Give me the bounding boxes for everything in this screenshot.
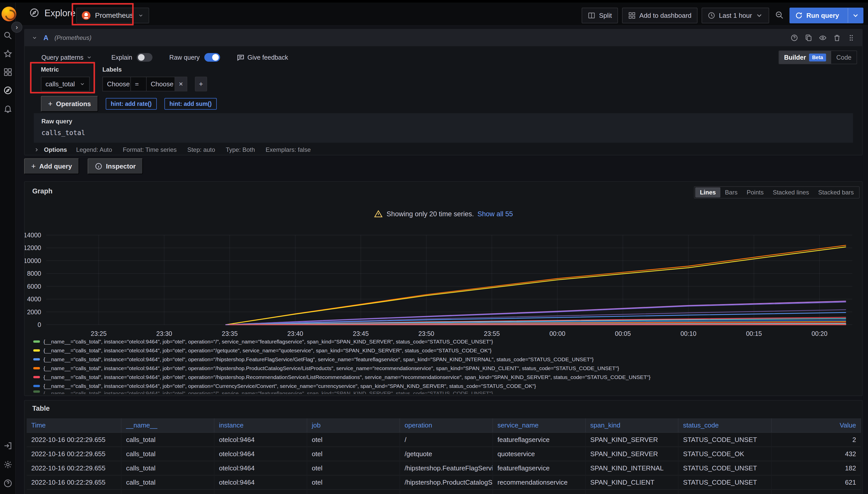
eye-icon[interactable] xyxy=(819,34,827,42)
legend-item[interactable]: {__name__="calls_total", instance="otelc… xyxy=(33,382,857,391)
hint-add-sum-button[interactable]: hint: add sum() xyxy=(164,98,217,110)
sign-in-icon[interactable] xyxy=(3,441,13,450)
table-column-header-instance[interactable]: instance xyxy=(214,418,307,433)
chevron-right-icon xyxy=(34,147,39,153)
label-operator-select[interactable]: = xyxy=(131,77,147,91)
legend-item-clipped[interactable]: {__name__="calls_total", instance="otelc… xyxy=(33,391,857,394)
table-column-header-status-code[interactable]: status_code xyxy=(678,418,771,433)
legend-label: {__name__="calls_total", instance="otelc… xyxy=(43,347,491,354)
table-column-header-service-name[interactable]: service_name xyxy=(493,418,585,433)
table-cell: / xyxy=(400,433,492,447)
table-cell: otel xyxy=(307,490,400,494)
label-key-select[interactable]: Choose xyxy=(103,77,131,91)
x-axis-tick-label: 23:30 xyxy=(156,330,172,337)
metric-select[interactable]: calls_total xyxy=(41,77,90,91)
table-column-header-span-kind[interactable]: span_kind xyxy=(585,418,678,433)
x-axis-tick-label: 23:50 xyxy=(418,330,434,337)
dashboards-apps-icon[interactable] xyxy=(3,68,13,77)
refresh-icon xyxy=(795,12,803,19)
time-series-chart[interactable]: 0200040006000800010000120001400023:2523:… xyxy=(25,182,863,339)
table-cell: STATUS_CODE_UNSET xyxy=(678,433,771,447)
legend-swatch xyxy=(33,385,40,387)
inspector-button[interactable]: Inspector xyxy=(88,158,143,174)
split-icon xyxy=(588,12,595,19)
label-value-select[interactable]: Choose xyxy=(147,77,175,91)
legend-item[interactable]: {__name__="calls_total", instance="otelc… xyxy=(33,337,857,346)
star-icon[interactable] xyxy=(3,49,13,58)
y-axis-tick-label: 2000 xyxy=(27,308,41,316)
table-row: 2022-10-16 00:22:29.655calls_totalotelco… xyxy=(27,447,861,461)
legend-swatch xyxy=(33,391,40,393)
remove-label-filter-button[interactable]: × xyxy=(175,77,187,91)
bell-icon[interactable] xyxy=(3,104,13,113)
table-column-header-job[interactable]: job xyxy=(307,418,400,433)
hint-add-rate-button[interactable]: hint: add rate() xyxy=(106,98,157,110)
table-panel-title: Table xyxy=(32,405,50,413)
help-icon[interactable] xyxy=(3,479,13,488)
legend-swatch xyxy=(33,340,40,343)
drag-handle-icon[interactable] xyxy=(847,34,855,42)
grafana-logo[interactable] xyxy=(1,6,16,21)
tab-builder[interactable]: Builder Beta xyxy=(779,51,831,64)
page-title: Explore xyxy=(44,8,75,19)
table-cell: /hipstershop.ProductCatalogS… xyxy=(400,475,492,490)
split-button[interactable]: Split xyxy=(582,7,618,23)
gear-icon[interactable] xyxy=(3,460,13,469)
table-cell: otelcol:9464 xyxy=(214,447,307,461)
time-range-picker[interactable]: Last 1 hour xyxy=(702,7,769,23)
add-label-filter-button[interactable]: + xyxy=(195,77,207,91)
graph-legend: {__name__="calls_total", instance="otelc… xyxy=(33,337,857,395)
legend-label: {__name__="calls_total", instance="otelc… xyxy=(43,365,619,372)
operations-button[interactable]: + Operations xyxy=(41,96,98,112)
legend-item[interactable]: {__name__="calls_total", instance="otelc… xyxy=(33,355,857,364)
legend-item[interactable]: {__name__="calls_total", instance="otelc… xyxy=(33,364,857,373)
explore-compass-icon[interactable] xyxy=(3,86,13,95)
table-column-header--name-[interactable]: __name__ xyxy=(121,418,214,433)
collapse-chevron-icon[interactable] xyxy=(32,35,37,41)
query-options-row[interactable]: Options Legend: AutoFormat: Time seriesS… xyxy=(34,144,853,155)
table-cell: otel xyxy=(307,475,400,490)
datasource-picker[interactable]: Prometheus xyxy=(76,7,149,23)
table-row: 2022-10-16 00:22:29.655calls_totalotelco… xyxy=(27,490,861,494)
table-cell: SPAN_KIND_SERVER xyxy=(585,433,678,447)
y-axis-tick-label: 8000 xyxy=(27,270,41,277)
table-cell: STATUS_CODE_UNSET xyxy=(678,490,771,494)
query-patterns-dropdown[interactable]: Query patterns xyxy=(41,54,92,61)
table-column-header-time[interactable]: Time xyxy=(27,418,121,433)
y-axis-tick-label: 14000 xyxy=(25,231,41,239)
run-query-dropdown[interactable] xyxy=(848,8,863,23)
copy-icon[interactable] xyxy=(805,34,812,42)
trash-icon[interactable] xyxy=(833,34,841,42)
help-circle-icon[interactable] xyxy=(791,34,798,42)
table-cell: recommendationservice xyxy=(493,490,585,494)
labels-section: Labels Choose = Choose × + xyxy=(103,66,207,91)
results-table: Time__name__instancejoboperationservice_… xyxy=(27,418,861,494)
x-axis-tick-label: 23:45 xyxy=(353,330,369,337)
table-cell: STATUS_CODE_UNSET xyxy=(678,475,771,490)
table-cell: SPAN_KIND_INTERNAL xyxy=(585,461,678,475)
add-query-button[interactable]: + Add query xyxy=(24,158,79,174)
search-icon[interactable] xyxy=(3,31,13,40)
raw-query-toggle[interactable] xyxy=(204,53,220,62)
query-row-header[interactable]: A (Prometheus) xyxy=(25,30,862,46)
table-column-header-value[interactable]: Value xyxy=(772,418,861,433)
table-column-header-operation[interactable]: operation xyxy=(400,418,492,433)
give-feedback-link[interactable]: Give feedback xyxy=(237,54,288,61)
run-query-button[interactable]: Run query xyxy=(790,7,864,23)
legend-item[interactable]: {__name__="calls_total", instance="otelc… xyxy=(33,346,857,355)
legend-item[interactable]: {__name__="calls_total", instance="otelc… xyxy=(33,373,857,382)
x-axis-tick-label: 00:15 xyxy=(746,330,762,337)
table-cell: featureflagservice xyxy=(493,433,585,447)
table-cell: /getquote xyxy=(400,447,492,461)
tab-code[interactable]: Code xyxy=(831,51,856,64)
table-cell: otel xyxy=(307,433,400,447)
explain-toggle[interactable] xyxy=(137,53,152,62)
query-editor-toolbar: Query patterns Explain Raw query Give fe… xyxy=(41,51,857,64)
add-to-dashboard-button[interactable]: Add to dashboard xyxy=(622,7,698,23)
table-row: 2022-10-16 00:22:29.655calls_totalotelco… xyxy=(27,461,861,475)
metric-section: Metric calls_total xyxy=(41,66,90,91)
table-cell: STATUS_CODE_OK xyxy=(678,447,771,461)
sidebar-expand-button[interactable]: › xyxy=(11,22,22,33)
query-datasource-hint: (Prometheus) xyxy=(55,34,91,41)
time-range-zoom-out-button[interactable] xyxy=(775,11,784,21)
